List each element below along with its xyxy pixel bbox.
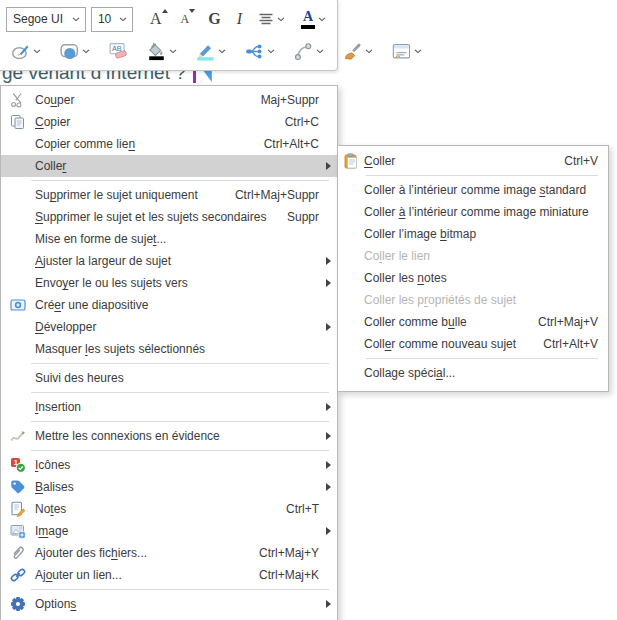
menu-item-label: Ajouter des fichiers... [35,546,245,560]
submenu-arrow-slot [319,257,331,265]
paste-icon [338,153,364,169]
menu-separator [31,421,329,422]
submenu-arrow-slot [319,483,331,491]
menu-item-shortcut: Ctrl+Maj+Suppr [235,188,319,202]
toolbar-row-2: AB [6,35,331,67]
menu-item-image[interactable]: Image [1,520,337,542]
highlight-color-button[interactable] [191,38,231,64]
menu-item-label: Masquer les sujets sélectionnés [35,342,319,356]
menu-item-coller-comme-nouveau-sujet[interactable]: Coller comme nouveau sujetCtrl+Alt+V [338,333,608,355]
menu-item-shortcut: Ctrl+V [564,154,598,168]
grow-font-button[interactable]: A [145,6,170,32]
scissors-icon [1,92,35,108]
menu-item-label: Copier comme lien [35,137,250,151]
chevron-down-icon [218,49,226,54]
menu-item-label: Coller à l’intérieur comme image standar… [364,183,598,197]
menu-item-insertion[interactable]: Insertion [1,396,337,418]
menu-item-envoyer-le-ou-les-sujets-vers[interactable]: Envoyer le ou les sujets vers [1,272,337,294]
menu-item-icones[interactable]: 1Icônes [1,454,337,476]
menu-item-notes[interactable]: NotesCtrl+T [1,498,337,520]
menu-item-coller-comme-bulle[interactable]: Coller comme bulleCtrl+Maj+V [338,311,608,333]
menu-item-suivi-des-heures[interactable]: Suivi des heures [1,367,337,389]
menu-item-coller[interactable]: Coller [1,155,337,177]
menu-item-copier[interactable]: CopierCtrl+C [1,111,337,133]
grow-font-glyph: A [150,11,162,27]
menu-item-masquer-les-sujets-selectionnes[interactable]: Masquer les sujets sélectionnés [1,338,337,360]
submenu-arrow-icon [326,279,331,287]
menu-item-label: Ajuster la largeur de sujet [35,254,319,268]
image-icon [1,523,35,539]
menu-item-mise-en-forme-de-sujet[interactable]: Mise en forme de sujet... [1,228,337,250]
shrink-font-button[interactable]: A [176,6,198,32]
submenu-arrow-slot [319,403,331,411]
font-size-value: 10 [98,12,111,26]
menu-item-label: Notes [35,502,272,516]
font-size-select[interactable]: 10 [91,7,133,32]
menu-item-mettre-les-connexions-en-evidence[interactable]: Mettre les connexions en évidence [1,425,337,447]
submenu-arrow-icon [326,162,331,170]
menu-item-label: Icônes [35,458,319,472]
menu-item-label: Ajouter un lien... [35,568,245,582]
fill-color-button[interactable] [142,38,182,64]
menu-item-label: Coller à l’intérieur comme image miniatu… [364,205,598,219]
menu-item-shortcut: Ctrl+Alt+V [543,337,598,351]
boundary-button[interactable] [6,38,46,64]
shape-format-button[interactable] [55,38,95,64]
highlight-connections-icon [1,428,35,444]
properties-panel-button[interactable] [387,38,427,64]
clear-formatting-button[interactable]: AB [104,38,133,64]
menu-item-coller-a-l-interieur-comme-image-miniature[interactable]: Coller à l’intérieur comme image miniatu… [338,201,608,223]
menu-item-shortcut: Ctrl+T [286,502,319,516]
menu-item-couper[interactable]: CouperMaj+Suppr [1,89,337,111]
menu-item-label: Coller comme nouveau sujet [364,337,529,351]
menu-item-shortcut: Ctrl+Maj+K [259,568,319,582]
format-painter-button[interactable] [338,38,378,64]
submenu-arrow-icon [326,323,331,331]
menu-item-coller-les-notes[interactable]: Coller les notes [338,267,608,289]
font-name-value: Segoe UI [13,12,63,26]
link-icon [1,567,35,583]
menu-item-collage-special[interactable]: Collage spécial... [338,362,608,384]
menu-item-label: Coller le lien [364,249,598,263]
menu-item-coller-le-lien: Coller le lien [338,245,608,267]
highlight-icon [196,42,215,61]
menu-item-supprimer-le-sujet-uniquement[interactable]: Supprimer le sujet uniquementCtrl+Maj+Su… [1,184,337,206]
tag-icon [1,479,35,495]
connections-button[interactable] [240,38,280,64]
slide-icon [1,297,35,313]
font-name-select[interactable]: Segoe UI [6,7,86,32]
gear-icon [1,596,35,612]
bold-button[interactable]: G [203,6,225,32]
font-color-button[interactable]: A [296,6,331,32]
menu-separator [366,175,598,176]
line-spacing-icon [258,13,274,26]
menu-item-coller-a-l-interieur-comme-image-standard[interactable]: Coller à l’intérieur comme image standar… [338,179,608,201]
line-spacing-button[interactable] [253,6,290,32]
chevron-down-icon [365,49,373,54]
menu-item-shortcut: Maj+Suppr [261,93,319,107]
font-color-swatch [301,25,315,29]
menu-separator [31,450,329,451]
menu-item-label: Balises [35,480,319,494]
menu-item-ajuster-la-largeur-de-sujet[interactable]: Ajuster la largeur de sujet [1,250,337,272]
italic-button[interactable]: I [232,6,247,32]
branch-style-button[interactable] [289,38,329,64]
menu-item-label: Supprimer le sujet et les sujets seconda… [35,210,273,224]
menu-item-ajouter-un-lien[interactable]: Ajouter un lien...Ctrl+Maj+K [1,564,337,586]
menu-item-developper[interactable]: Développer [1,316,337,338]
menu-item-coller[interactable]: CollerCtrl+V [338,150,608,172]
menu-item-label: Copier [35,115,271,129]
menu-item-label: Mettre les connexions en évidence [35,429,319,443]
menu-item-copier-comme-lien[interactable]: Copier comme lienCtrl+Alt+C [1,133,337,155]
menu-item-coller-l-image-bitmap[interactable]: Coller l’image bitmap [338,223,608,245]
chevron-down-icon [82,49,90,54]
menu-item-label: Créer une diapositive [35,298,319,312]
menu-item-options[interactable]: Options [1,593,337,615]
chevron-down-icon [119,17,127,22]
menu-item-ajouter-des-fichiers[interactable]: Ajouter des fichiers...Ctrl+Maj+Y [1,542,337,564]
menu-item-balises[interactable]: Balises [1,476,337,498]
submenu-arrow-icon [326,483,331,491]
submenu-arrow-slot [319,323,331,331]
menu-item-creer-une-diapositive[interactable]: Créer une diapositive [1,294,337,316]
menu-item-supprimer-le-sujet-et-les-sujets-secondaires[interactable]: Supprimer le sujet et les sujets seconda… [1,206,337,228]
